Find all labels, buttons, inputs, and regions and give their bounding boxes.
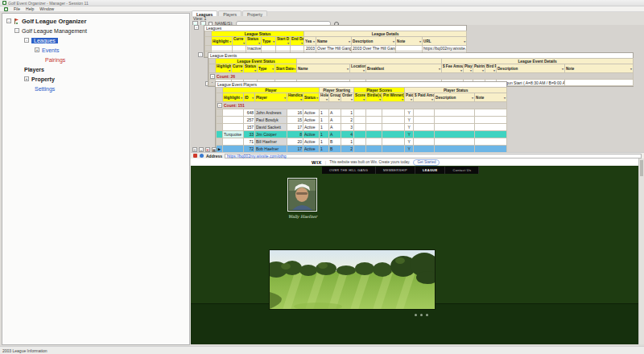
cell-birdies[interactable]	[366, 117, 382, 124]
column-header[interactable]: Status▾	[246, 37, 262, 46]
row-selector[interactable]	[217, 138, 223, 146]
column-header[interactable]: Paid▾	[405, 93, 414, 102]
cell-description[interactable]: 2003 Over The Hill Gang Golf	[352, 46, 396, 51]
cell-pin[interactable]	[382, 124, 405, 131]
row-selector[interactable]	[217, 109, 223, 117]
column-header[interactable]: Pairing▾	[473, 64, 485, 73]
cell-group[interactable]: A	[329, 124, 341, 131]
column-header[interactable]: Description▾	[435, 93, 475, 102]
cell-hole[interactable]: 1	[320, 124, 329, 131]
cell-year[interactable]: 2003	[304, 46, 316, 51]
column-header[interactable]: Start D▾	[276, 37, 291, 46]
cell-pin[interactable]	[382, 138, 405, 146]
cell-highlight[interactable]	[223, 109, 244, 117]
filter-icon[interactable]: ▾	[258, 41, 260, 45]
cell-id[interactable]: 71	[244, 138, 255, 146]
go-icon[interactable]	[200, 154, 204, 158]
filter-icon[interactable]: ▾	[630, 67, 632, 71]
column-header[interactable]: Curre▾	[232, 64, 244, 73]
cell-birdies[interactable]	[366, 109, 382, 117]
column-header[interactable]: Note▾	[565, 64, 634, 73]
cell-status[interactable]: Active	[303, 131, 320, 138]
cell-type[interactable]	[262, 46, 276, 51]
cell-player[interactable]: David Sackett	[255, 124, 287, 131]
cell-paid[interactable]: Y	[405, 109, 414, 117]
column-header[interactable]: Highlight▾	[216, 64, 232, 73]
cell-note[interactable]	[475, 109, 507, 117]
cell-highlight[interactable]	[223, 117, 244, 124]
filter-icon[interactable]: ▾	[294, 67, 295, 71]
column-header[interactable]: Pin Winner(s)▾	[382, 93, 405, 102]
row-selector[interactable]	[217, 131, 223, 138]
filter-icon[interactable]: ▾	[419, 39, 421, 43]
cell-note[interactable]	[475, 138, 507, 146]
cell-end[interactable]	[291, 46, 304, 51]
column-header[interactable]: End Da▾	[291, 37, 304, 46]
cell-description[interactable]	[435, 109, 475, 117]
cell-amount[interactable]	[414, 117, 435, 124]
cell-hole[interactable]: 1	[320, 117, 329, 124]
filter-icon[interactable]: ▾	[363, 68, 365, 72]
column-header[interactable]: Status▾	[303, 93, 320, 102]
expand-icon[interactable]: +	[35, 47, 39, 52]
cell-url[interactable]: https://bq002my.wixsite.com/othg	[423, 46, 467, 51]
wix-logo[interactable]: WIX	[312, 160, 322, 165]
cell-group[interactable]: A	[329, 117, 341, 124]
filter-icon[interactable]: ▾	[273, 39, 275, 43]
cell-paid[interactable]: Y	[405, 131, 414, 138]
cell-score[interactable]	[354, 131, 366, 138]
cell-order[interactable]: 1	[341, 109, 354, 117]
column-header[interactable]: Yea▾	[304, 37, 316, 46]
cell-paid[interactable]: Y	[405, 138, 414, 146]
nav-over-the-hill-gang[interactable]: OVER THE HILL GANG	[322, 167, 376, 174]
collapse-icon[interactable]: -	[14, 28, 19, 33]
cell-group[interactable]: A	[329, 131, 341, 138]
cell-order[interactable]: 2	[341, 117, 354, 124]
column-header[interactable]: Birdie(s)▾	[366, 93, 382, 102]
tree-item-players[interactable]: Players	[2, 64, 189, 74]
filter-icon[interactable]: ▾	[349, 39, 350, 43]
column-header[interactable]: Name▾	[297, 64, 350, 73]
collapse-icon[interactable]: -	[6, 19, 11, 23]
tree-item-golf-league-management[interactable]: - Golf League Management	[2, 26, 189, 35]
cell-description[interactable]	[435, 117, 475, 124]
column-header[interactable]: ID▾	[244, 93, 255, 102]
column-header[interactable]: Highlight▾	[212, 37, 233, 46]
scrollbar-thumb[interactable]	[640, 160, 643, 176]
cell-birdies[interactable]	[366, 131, 382, 138]
column-header[interactable]: Name▾	[316, 37, 352, 46]
cell-score[interactable]	[354, 117, 366, 124]
filter-icon[interactable]: ▾	[411, 97, 412, 101]
cell-score[interactable]	[354, 138, 366, 146]
column-header[interactable]: Bird P▾	[485, 64, 497, 73]
cell-player[interactable]: Jim Cooper	[255, 131, 287, 138]
filter-icon[interactable]: ▾	[464, 39, 465, 43]
filter-icon[interactable]: ▾	[562, 67, 564, 71]
cell-birdies[interactable]	[366, 138, 382, 146]
column-header[interactable]: Breakfast▾	[366, 64, 442, 73]
filter-icon[interactable]: ▾	[241, 96, 242, 100]
tree-item-golf-league-organizer[interactable]: - Golf League Organizer	[2, 16, 189, 26]
filter-icon[interactable]: ▾	[402, 97, 403, 101]
cell-paid[interactable]: Y	[405, 124, 414, 131]
cell-id[interactable]: 157	[244, 124, 255, 131]
filter-icon[interactable]: ▾	[379, 97, 381, 101]
table-row[interactable]: 648John Andrews16Active1A1Y	[217, 109, 507, 117]
cell-note[interactable]	[475, 131, 507, 138]
cell-hole[interactable]: 1	[320, 138, 329, 146]
cell-score[interactable]	[354, 124, 366, 131]
cell-group[interactable]: A	[329, 109, 341, 117]
column-header[interactable]: Status▾	[244, 64, 258, 73]
column-header[interactable]: Player▾	[255, 93, 287, 102]
filter-icon[interactable]: ▾	[287, 41, 289, 45]
collapse-icon[interactable]: -	[194, 25, 199, 30]
column-header[interactable]: Group▾	[329, 93, 341, 102]
filter-icon[interactable]: ▾	[326, 97, 328, 101]
cell-group[interactable]: B	[329, 138, 341, 146]
cell-highlight[interactable]	[223, 138, 244, 146]
cell-handicap[interactable]: 20	[287, 138, 303, 146]
filter-icon[interactable]: ▾	[431, 97, 433, 101]
column-header[interactable]: Type▾	[258, 64, 275, 73]
menu-window[interactable]: Window	[39, 6, 54, 11]
tab-players[interactable]: Players	[218, 10, 242, 16]
